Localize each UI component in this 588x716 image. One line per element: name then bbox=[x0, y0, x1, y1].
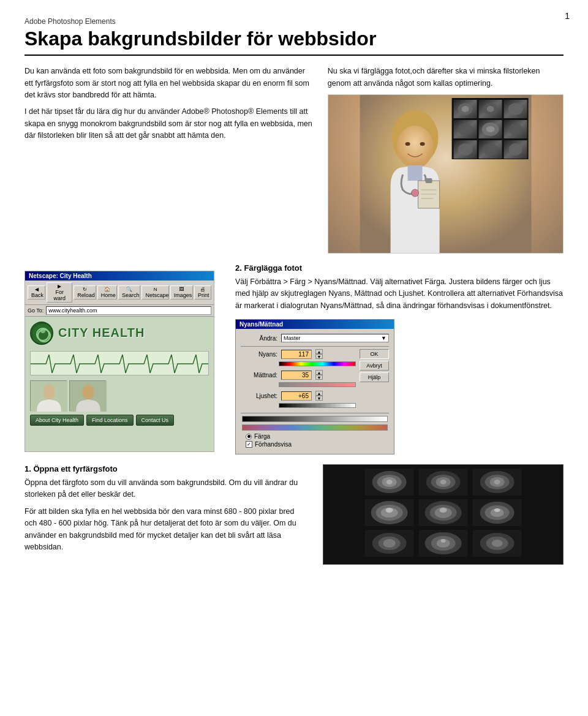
svg-point-4 bbox=[461, 106, 469, 112]
forhandsvisa-label: Förhandsvisa bbox=[255, 441, 292, 448]
section1-content: 1. Öppna ett fyrfärgsfoto Öppna det färg… bbox=[24, 464, 308, 565]
nyans-slider[interactable] bbox=[279, 361, 356, 366]
browser-netscape-btn[interactable]: N Netscape bbox=[141, 285, 168, 300]
section1-image-area bbox=[323, 464, 564, 565]
nyans-arrows[interactable]: ▲ ▼ bbox=[315, 349, 323, 359]
app-name: Adobe Photoshop Elements bbox=[24, 17, 564, 26]
ljushet-up[interactable]: ▲ bbox=[315, 391, 323, 396]
mattnad-row: Mättnad: 35 ▲ ▼ bbox=[241, 370, 356, 380]
forhandsvisa-checkbox[interactable]: ✓ bbox=[246, 441, 252, 448]
ljushet-value[interactable]: +65 bbox=[281, 391, 312, 401]
main-title: Skapa bakgrundsbilder för webbsidor bbox=[24, 28, 564, 50]
svg-point-58 bbox=[494, 480, 500, 484]
mattnad-label: Mättnad: bbox=[241, 372, 277, 379]
intro-columns: Du kan använda ett foto som bakgrundsbil… bbox=[24, 66, 564, 254]
contact-us-btn[interactable]: Contact Us bbox=[136, 415, 175, 426]
print-label: Print bbox=[198, 292, 209, 298]
intro-col-left: Du kan använda ett foto som bakgrundsbil… bbox=[24, 66, 313, 254]
ljushet-arrows[interactable]: ▲ ▼ bbox=[315, 391, 323, 401]
find-locations-btn[interactable]: Find Locations bbox=[86, 415, 134, 426]
nyans-up[interactable]: ▲ bbox=[315, 349, 323, 354]
ok-button[interactable]: OK bbox=[360, 349, 389, 359]
browser-titlebar: Netscape: City Health bbox=[25, 271, 214, 281]
intro-p2: I det här tipset får du lära dig hur du … bbox=[24, 106, 313, 141]
section2-number: 2. bbox=[235, 263, 242, 273]
hjalp-button[interactable]: Hjälp bbox=[360, 372, 389, 382]
search-label: Search bbox=[122, 292, 140, 298]
farga-radio-dot bbox=[247, 435, 251, 438]
browser-photo-1 bbox=[30, 380, 67, 411]
mattnad-slider[interactable] bbox=[279, 382, 356, 387]
reload-icon: ↻ bbox=[77, 287, 92, 292]
browser-search-btn[interactable]: 🔍 Search bbox=[118, 285, 140, 300]
svg-point-24 bbox=[396, 126, 433, 168]
print-icon: 🖨 bbox=[198, 287, 208, 292]
svg-point-25 bbox=[405, 142, 410, 146]
section2-p1: Välj Förbättra > Färg > Nyans/Mättnad. V… bbox=[235, 276, 564, 312]
address-label: Go To: bbox=[28, 307, 43, 314]
mattnad-arrows[interactable]: ▲ ▼ bbox=[315, 370, 323, 380]
browser-home-btn[interactable]: 🏠 Home bbox=[97, 285, 117, 300]
browser-photos bbox=[30, 380, 209, 411]
browser-print-btn[interactable]: 🖨 Print bbox=[194, 285, 211, 300]
back-label: Back bbox=[31, 292, 43, 298]
svg-point-36 bbox=[40, 328, 45, 333]
svg-point-82 bbox=[440, 539, 445, 543]
farga-radio[interactable] bbox=[246, 434, 252, 440]
ch-logo bbox=[30, 322, 53, 345]
ljushet-slider[interactable] bbox=[279, 403, 356, 408]
dialog-fields: Nyans: 117 ▲ ▼ Mättnad bbox=[241, 349, 356, 410]
intro-col-right: Nu ska vi färglägga fotot,och därefter s… bbox=[328, 66, 564, 254]
avbryt-button[interactable]: Avbryt bbox=[360, 361, 389, 371]
ljushet-label: Ljushet: bbox=[241, 393, 277, 399]
about-city-health-btn[interactable]: About City Health bbox=[30, 415, 84, 426]
color-gradient-bottom bbox=[242, 424, 388, 431]
page-container: 1 Adobe Photoshop Elements Skapa bakgrun… bbox=[0, 0, 588, 589]
browser-images-btn[interactable]: 🖼 Images bbox=[170, 285, 193, 300]
images-label: Images bbox=[174, 292, 192, 298]
svg-point-26 bbox=[420, 142, 424, 146]
search-icon: 🔍 bbox=[122, 287, 137, 292]
color-gradient-top bbox=[242, 416, 388, 422]
svg-point-18 bbox=[458, 143, 472, 156]
dialog-divider1 bbox=[241, 346, 389, 347]
svg-point-63 bbox=[385, 508, 393, 513]
andras-label: Ändra: bbox=[241, 335, 277, 342]
section2-content: 2. Färglägga fotot Välj Förbättra > Färg… bbox=[235, 263, 564, 454]
dialog-box: Nyans/Mättnad Ändra: Master ▼ bbox=[235, 319, 394, 454]
nyans-down[interactable]: ▼ bbox=[315, 354, 323, 359]
ljushet-down[interactable]: ▼ bbox=[315, 396, 323, 401]
doctor-photo-inner bbox=[328, 95, 563, 253]
section1-p2: För att bilden ska fylla en hel webbsida… bbox=[24, 506, 308, 554]
dialog-body: Ändra: Master ▼ Nyans: 117 bbox=[236, 329, 394, 454]
browser-reload-btn[interactable]: ↻ Reload bbox=[74, 285, 96, 300]
mattnad-down[interactable]: ▼ bbox=[315, 375, 323, 380]
mattnad-up[interactable]: ▲ bbox=[315, 370, 323, 375]
svg-point-20 bbox=[482, 143, 498, 156]
mattnad-value[interactable]: 35 bbox=[281, 371, 312, 380]
home-icon: 🏠 bbox=[101, 287, 113, 292]
browser-section: Netscape: City Health ◀ Back ▶ For ward … bbox=[24, 263, 221, 454]
address-value: www.cityhealth.com bbox=[48, 307, 97, 314]
svg-point-16 bbox=[508, 123, 522, 135]
svg-rect-27 bbox=[407, 165, 422, 181]
dialog-titlebar: Nyans/Mättnad bbox=[236, 320, 394, 329]
home-label: Home bbox=[101, 292, 116, 298]
nyans-value[interactable]: 117 bbox=[281, 350, 312, 359]
page-number: 1 bbox=[565, 11, 570, 21]
bottom-section: 1. Öppna ett fyrfärgsfoto Öppna det färg… bbox=[24, 464, 564, 565]
ecg-area bbox=[30, 351, 209, 375]
svg-point-22 bbox=[508, 143, 522, 156]
intro-p3: Nu ska vi färglägga fotot,och därefter s… bbox=[328, 66, 564, 89]
browser-window: Netscape: City Health ◀ Back ▶ For ward … bbox=[24, 271, 214, 452]
dialog-fields-and-btns: Nyans: 117 ▲ ▼ Mättnad bbox=[241, 349, 389, 410]
browser-forward-btn[interactable]: ▶ For ward bbox=[47, 282, 72, 303]
section1-p1: Öppna det färgfoto som du vill använda s… bbox=[24, 477, 308, 501]
browser-web-buttons: About City Health Find Locations Contact… bbox=[30, 415, 209, 426]
netscape-label: Netscape bbox=[145, 292, 168, 298]
andras-select[interactable]: Master ▼ bbox=[281, 334, 389, 342]
address-input[interactable]: www.cityhealth.com bbox=[46, 306, 211, 315]
nyans-row: Nyans: 117 ▲ ▼ bbox=[241, 349, 356, 359]
browser-back-btn[interactable]: ◀ Back bbox=[28, 285, 45, 300]
farga-label: Färga bbox=[254, 433, 270, 440]
